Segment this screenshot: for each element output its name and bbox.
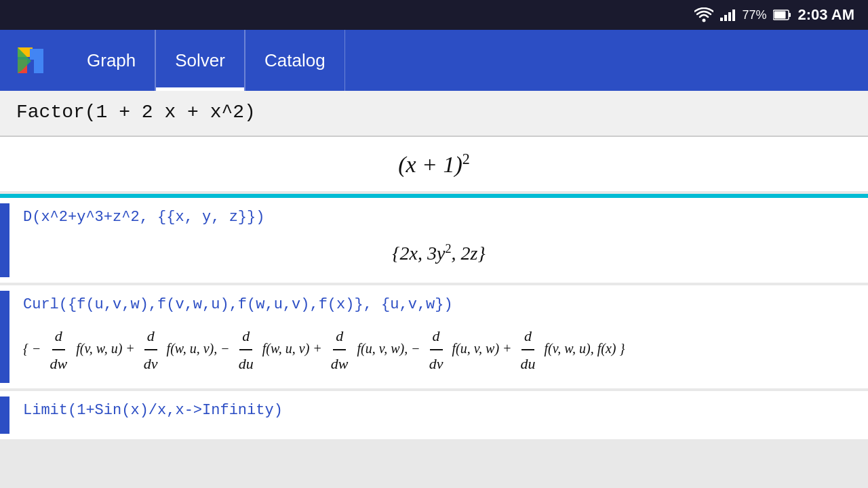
wifi-icon: [694, 7, 713, 22]
factor-answer: (x + 1)2: [14, 150, 854, 178]
time-display: 2:03 AM: [797, 6, 854, 24]
blue-indicator-3: [0, 396, 9, 434]
status-icons: 77% 2:03 AM: [694, 6, 854, 24]
derivative-content: D(x^2+y^3+z^2, {{x, y, z}}) {2x, 3y2, 2z…: [9, 198, 868, 282]
blue-indicator-2: [0, 291, 9, 383]
input-expression: Factor(1 + 2 x + x^2): [16, 102, 256, 123]
tab-solver[interactable]: Solver: [155, 30, 245, 91]
tab-graph[interactable]: Graph: [68, 30, 155, 91]
svg-rect-2: [774, 12, 786, 19]
limit-content: Limit(1+Sin(x)/x,x->Infinity): [9, 391, 868, 439]
signal-icon: [720, 9, 735, 21]
derivative-query: D(x^2+y^3+z^2, {{x, y, z}}): [23, 209, 854, 226]
results-area[interactable]: (x + 1)2 D(x^2+y^3+z^2, {{x, y, z}}) {2x…: [0, 137, 868, 488]
battery-icon: [773, 9, 791, 20]
app-logo: [0, 42, 61, 79]
blue-indicator: [0, 203, 9, 277]
limit-query: Limit(1+Sin(x)/x,x->Infinity): [23, 402, 854, 419]
nav-tabs: Graph Solver Catalog: [68, 30, 345, 91]
svg-point-0: [703, 19, 706, 22]
limit-result-block: Limit(1+Sin(x)/x,x->Infinity): [0, 391, 868, 439]
nav-bar: Graph Solver Catalog: [0, 30, 868, 91]
svg-marker-6: [30, 49, 43, 73]
derivative-result-block: D(x^2+y^3+z^2, {{x, y, z}}) {2x, 3y2, 2z…: [0, 198, 868, 282]
logo-icon: [12, 42, 49, 79]
curl-result-block: Curl({f(u,v,w),f(v,w,u),f(w,u,v),f(x)}, …: [0, 285, 868, 388]
derivative-answer: {2x, 3y2, 2z}: [23, 235, 854, 271]
curl-content: Curl({f(u,v,w),f(v,w,u),f(w,u,v),f(x)}, …: [9, 285, 868, 388]
curl-query: Curl({f(u,v,w),f(v,w,u),f(w,u,v),f(x)}, …: [23, 296, 854, 313]
curl-answer: { − d dw f(v, w, u) + d dv f(w, u, v), −…: [23, 323, 854, 378]
factor-result-block: (x + 1)2: [0, 137, 868, 191]
svg-rect-3: [789, 13, 791, 17]
input-bar[interactable]: Factor(1 + 2 x + x^2): [0, 91, 868, 137]
tab-catalog[interactable]: Catalog: [245, 30, 345, 91]
status-bar: 77% 2:03 AM: [0, 0, 868, 30]
battery-percentage: 77%: [742, 8, 766, 22]
